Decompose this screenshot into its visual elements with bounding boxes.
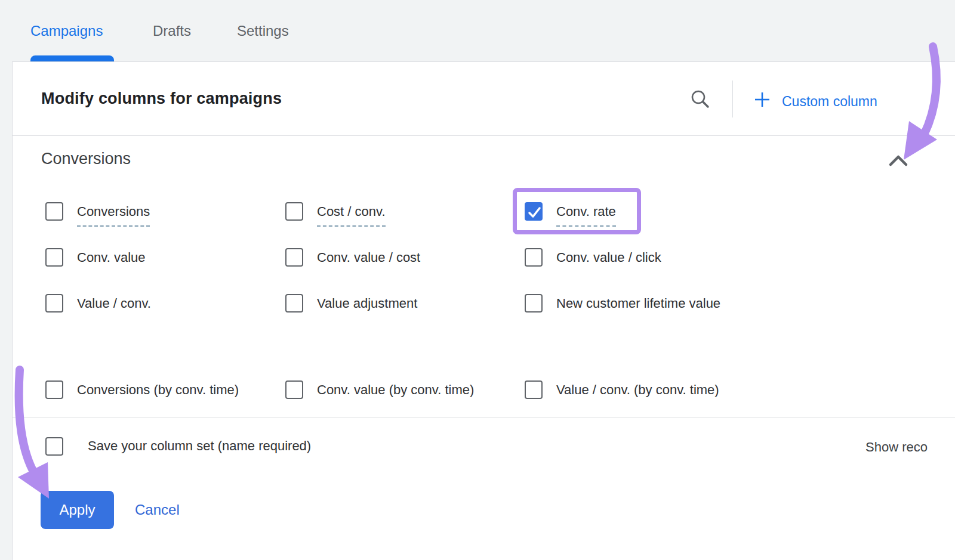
column-option[interactable]: Cost / conv. <box>285 202 386 227</box>
tab-drafts[interactable]: Drafts <box>153 23 191 39</box>
columns-list: Conversions Cost / conv. Conv. rate Conv… <box>13 157 955 417</box>
column-option-label: Conversions (by conv. time) <box>77 380 239 400</box>
column-option[interactable]: Value adjustment <box>285 294 417 313</box>
column-option-label: Value adjustment <box>317 294 417 313</box>
tab-settings[interactable]: Settings <box>237 23 289 39</box>
column-option-label: Conv. value (by conv. time) <box>317 380 474 400</box>
column-option[interactable]: Conv. value <box>45 248 146 267</box>
column-option-label: Conv. rate <box>556 202 616 227</box>
column-option-label: Value / conv. (by conv. time) <box>556 380 719 400</box>
checkbox[interactable] <box>45 294 63 313</box>
header-divider <box>732 81 733 117</box>
checkbox[interactable] <box>525 248 543 267</box>
column-option-label: Cost / conv. <box>317 202 386 227</box>
top-tab-bar: Campaigns Drafts Settings <box>0 0 955 61</box>
modify-columns-panel: Modify columns for campaigns Custom colu… <box>12 61 955 560</box>
column-option-label: Conv. value / click <box>556 248 661 267</box>
column-option-label: Conversions <box>77 202 150 227</box>
checkbox[interactable] <box>45 248 63 267</box>
save-column-set-label: Save your column set (name required) <box>88 437 311 456</box>
column-option[interactable]: Value / conv. <box>45 294 151 313</box>
cancel-button[interactable]: Cancel <box>135 491 180 529</box>
column-option[interactable]: Conv. value / cost <box>285 248 420 267</box>
tab-campaigns[interactable]: Campaigns <box>30 23 103 39</box>
checkbox[interactable] <box>285 202 303 221</box>
modify-columns-screen: { "tabs": [ { "label": "Campaigns", "act… <box>0 0 955 560</box>
column-option-label: Value / conv. <box>77 294 151 313</box>
search-icon[interactable] <box>687 86 713 112</box>
plus-icon <box>753 91 771 112</box>
column-option-label: Conv. value <box>77 248 146 267</box>
column-option-conv-rate[interactable]: Conv. rate <box>525 202 616 227</box>
column-option-label: New customer lifetime value <box>556 294 720 313</box>
panel-header: Modify columns for campaigns Custom colu… <box>13 62 955 136</box>
checkbox[interactable] <box>525 202 543 221</box>
column-option-label: Conv. value / cost <box>317 248 420 267</box>
checkbox[interactable] <box>285 248 303 267</box>
custom-column-button[interactable]: Custom column <box>753 91 877 112</box>
checkbox[interactable] <box>525 294 543 313</box>
checkbox[interactable] <box>525 380 543 399</box>
column-option[interactable]: Conversions (by conv. time) <box>45 380 239 400</box>
checkbox[interactable] <box>45 380 63 399</box>
save-column-set-row[interactable]: Save your column set (name required) <box>45 437 311 456</box>
column-option[interactable]: Conv. value (by conv. time) <box>285 380 474 400</box>
column-option[interactable]: Conv. value / click <box>525 248 661 267</box>
apply-button[interactable]: Apply <box>41 491 114 529</box>
checkbox[interactable] <box>45 202 63 221</box>
custom-column-label: Custom column <box>782 94 877 110</box>
footer-divider <box>13 417 955 417</box>
checkbox[interactable] <box>285 294 303 313</box>
column-option[interactable]: Conversions <box>45 202 150 227</box>
show-recommendations-link[interactable]: Show reco <box>865 440 928 455</box>
column-option[interactable]: New customer lifetime value <box>525 294 720 313</box>
column-option[interactable]: Value / conv. (by conv. time) <box>525 380 719 400</box>
page-title: Modify columns for campaigns <box>41 89 282 108</box>
checkbox[interactable] <box>285 380 303 399</box>
save-column-set-checkbox[interactable] <box>45 437 63 456</box>
